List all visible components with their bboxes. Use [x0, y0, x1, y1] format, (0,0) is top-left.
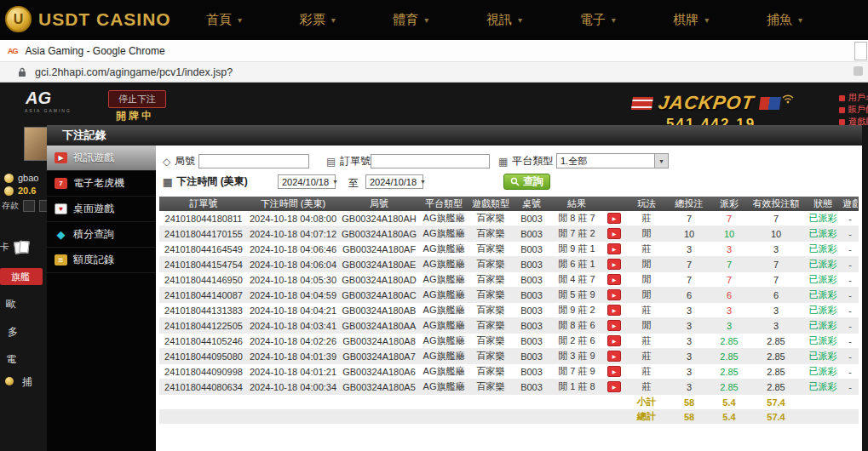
replay-button[interactable]: ▶ — [607, 289, 621, 300]
nav-item[interactable]: 電子 ▾ — [580, 12, 616, 28]
browser-extension-icon[interactable] — [854, 66, 863, 76]
extra-cell: - — [842, 275, 858, 285]
replay-button[interactable]: ▶ — [607, 228, 621, 239]
time-cell: 2024-10-18 04:00:34 — [248, 382, 338, 392]
panel-menu-item[interactable]: 積分查詢 — [47, 222, 156, 248]
game-cell: 百家樂 — [468, 212, 514, 225]
sidebar-card-item[interactable]: 卡 — [0, 241, 24, 254]
playing-cards-icon — [55, 203, 67, 214]
replay-button[interactable]: ▶ — [607, 305, 621, 316]
jackpot-flag-right-icon — [759, 97, 781, 110]
search-button[interactable]: 查詢 — [503, 174, 550, 190]
order-cell: 241018044080634 — [159, 382, 248, 392]
nav-item[interactable]: 棋牌 ▾ — [673, 12, 709, 28]
replay-button[interactable]: ▶ — [607, 320, 621, 331]
sidebar-item-fragment[interactable]: 多 — [8, 325, 18, 340]
replay-button[interactable]: ▶ — [607, 381, 621, 392]
platform-cell: AG旗艦廳 — [420, 319, 468, 332]
user-info-block: 用戶名稱: gbao 賬戶餘額: 20.6 遊戲廳: 百家 — [839, 93, 868, 128]
stop-betting-button[interactable]: 停止下注 — [108, 90, 166, 108]
panel-menu-item[interactable]: 視訊遊戲 — [47, 146, 156, 171]
time-cell: 2024-10-18 04:07:12 — [248, 229, 338, 239]
lock-icon[interactable] — [18, 67, 26, 77]
sidebar-flagship-item[interactable]: 旗艦 — [0, 268, 43, 285]
nav-item-label: 電子 — [580, 12, 606, 28]
table-row: 241018044131383 2024-10-18 04:04:21 GB00… — [159, 303, 859, 318]
platform-type-select[interactable]: 1.全部 ▼ — [556, 153, 669, 168]
platform-cell: AG旗艦廳 — [420, 365, 468, 378]
nav-item[interactable]: 捕魚 ▾ — [767, 12, 802, 28]
replay-button[interactable]: ▶ — [607, 243, 621, 254]
status-cell: 已派彩 — [803, 243, 842, 255]
bet-cell: 7 — [669, 214, 710, 224]
nav-item[interactable]: 體育 ▾ — [393, 12, 428, 28]
replay-button[interactable]: ▶ — [607, 335, 621, 346]
sidebar-item-fragment[interactable]: 歐 — [6, 297, 16, 311]
round-number-label: ◇ 局號 — [163, 154, 195, 168]
total-label: 總計 — [624, 410, 669, 423]
game-cell: 百家樂 — [468, 334, 514, 347]
user-info-line: 用戶名稱: gbao — [839, 93, 868, 103]
panel-title: 下注記錄 — [47, 125, 862, 146]
replay-button[interactable]: ▶ — [607, 351, 621, 362]
chevron-down-icon: ▼ — [332, 179, 338, 185]
table-number-cell: B003 — [514, 260, 549, 270]
replay-button[interactable]: ▶ — [607, 213, 621, 224]
table-row: 241018044080634 2024-10-18 04:00:34 GB00… — [159, 380, 859, 395]
subtotal-valid: 57.4 — [749, 397, 803, 408]
chevron-down-icon: ▾ — [518, 15, 522, 25]
sidebar-item-fragment[interactable]: 電 — [6, 352, 16, 367]
time-cell: 2024-10-18 04:01:39 — [248, 351, 338, 362]
screen: U USDT CASINO 首頁 ▾ 彩票 ▾ 體育 ▾ 視訊 ▾ 電子 ▾ 棋… — [0, 0, 868, 451]
result-cell: 閒 6 莊 1 — [549, 258, 604, 271]
time-cell: 2024-10-18 04:06:46 — [248, 244, 338, 254]
table-header-cell: 下注時間 (美東) — [248, 197, 338, 210]
round-cell: GB00324A180A7 — [338, 351, 420, 362]
bet-cell: 3 — [669, 321, 710, 331]
panel-menu: 視訊遊戲 電子老虎機 桌面遊戲 積分查詢 額度記錄 — [47, 146, 156, 451]
panel-menu-item[interactable]: 額度記錄 — [47, 248, 156, 273]
table-row: 241018044140087 2024-10-18 04:04:59 GB00… — [159, 288, 859, 303]
table-number-cell: B003 — [514, 229, 549, 239]
sidebar-username[interactable]: gbao — [4, 173, 38, 183]
nav-item[interactable]: 視訊 ▾ — [486, 12, 522, 28]
order-cell: 241018044131383 — [159, 305, 248, 316]
playway-cell: 莊 — [624, 243, 669, 255]
window-title: Asia Gaming - Google Chrome — [26, 45, 165, 57]
nav-item[interactable]: 首頁 ▾ — [206, 12, 242, 28]
round-number-input[interactable] — [198, 154, 309, 168]
date-from-select[interactable]: 2024/10/18▼ — [278, 174, 336, 189]
nav-item[interactable]: 彩票 ▾ — [300, 12, 336, 28]
table-row: 241018044170155 2024-10-18 04:07:12 GB00… — [159, 226, 859, 242]
replay-button[interactable]: ▶ — [607, 259, 621, 270]
date-to-select[interactable]: 2024/10/18▼ — [365, 174, 423, 189]
brand-logo[interactable]: U USDT CASINO — [5, 6, 171, 32]
payout-cell: 3 — [710, 305, 749, 316]
platform-cell: AG旗艦廳 — [420, 334, 468, 347]
replay-button[interactable]: ▶ — [607, 274, 621, 285]
order-cell: 241018044090998 — [159, 367, 248, 377]
panel-menu-item[interactable]: 電子老虎機 — [47, 171, 156, 197]
order-cell: 241018044095080 — [159, 351, 248, 362]
subtotal-label: 小計 — [624, 396, 669, 408]
platform-cell: AG旗艦廳 — [420, 258, 468, 271]
extra-cell: - — [842, 367, 858, 377]
window-control[interactable] — [854, 42, 867, 60]
table-number-cell: B003 — [514, 305, 549, 316]
table-header-cell: 玩法 — [624, 197, 669, 210]
table-header-cell: 結果 — [549, 197, 604, 210]
ledger-icon — [55, 254, 67, 265]
chevron-down-icon: ▾ — [704, 15, 709, 25]
time-cell: 2024-10-18 04:01:21 — [248, 367, 338, 377]
order-number-input[interactable] — [371, 154, 490, 168]
panel-menu-item-label: 電子老虎機 — [73, 176, 124, 191]
table-header-cell: 平台類型 — [420, 197, 468, 210]
url-text[interactable]: gci.2hhapi.com/agingame/pcv1/index.jsp? — [35, 66, 233, 78]
payout-cell: 7 — [710, 275, 749, 285]
deposit-icon[interactable] — [23, 200, 35, 212]
game-cell: 百家樂 — [468, 319, 514, 332]
sidebar-deposit[interactable]: 存款 — [2, 200, 51, 212]
sidebar-item-fragment[interactable]: 捕 — [22, 375, 32, 390]
replay-button[interactable]: ▶ — [607, 366, 621, 377]
panel-menu-item[interactable]: 桌面遊戲 — [47, 197, 156, 222]
